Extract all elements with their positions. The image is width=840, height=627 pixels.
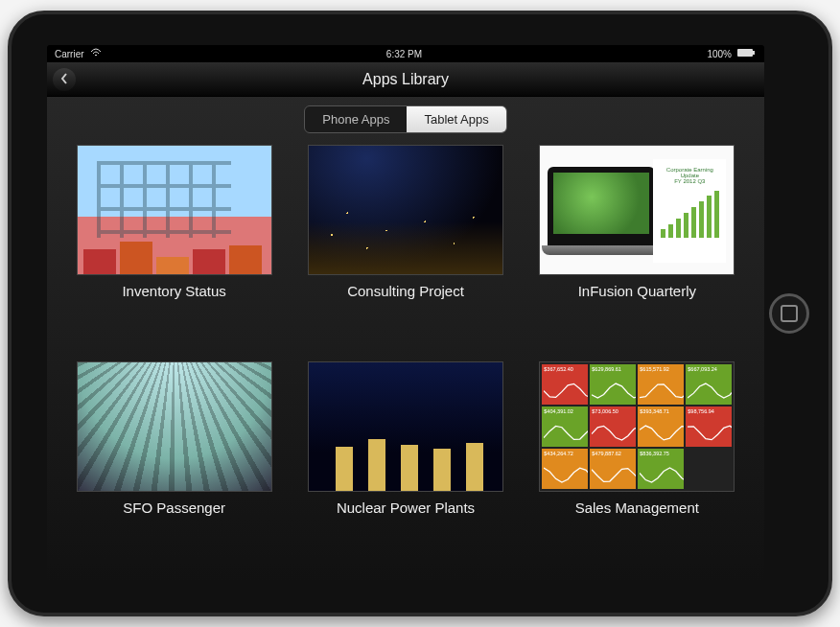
app-label: Inventory Status (122, 283, 225, 299)
dashboard-tile: $615,571.92 (638, 364, 684, 405)
dashboard-empty-tile (686, 449, 732, 489)
apps-type-segment: Phone Apps Tablet Apps (304, 105, 506, 133)
app-thumb (77, 145, 272, 275)
app-card-sfo-passenger[interactable]: SFO Passenger (74, 361, 274, 569)
dashboard-tile: $367,652.40 (542, 364, 588, 405)
chart-title-line3: FY 2012 Q3 (674, 178, 705, 184)
ipad-frame: Carrier 6:32 PM 100% Apps Libra (8, 11, 832, 616)
dashboard-tile: $836,392.75 (638, 449, 684, 489)
sparkline-icon (640, 421, 684, 445)
sparkline-icon (592, 421, 636, 445)
dashboard-tile: $98,756.94 (686, 406, 732, 447)
battery-pct: 100% (707, 49, 732, 59)
dashboard-tile: $667,093.24 (686, 364, 732, 405)
sparkline-icon (544, 421, 588, 445)
app-card-sales-management[interactable]: $367,652.40$629,869.61$615,571.92$667,09… (537, 361, 737, 569)
home-button[interactable] (769, 293, 809, 334)
nav-bar: Apps Library (47, 62, 764, 97)
sparkline-icon (688, 421, 732, 445)
svg-rect-1 (753, 51, 755, 55)
app-thumb (308, 145, 503, 275)
segment-toolbar: Phone Apps Tablet Apps (47, 97, 764, 141)
status-bar: Carrier 6:32 PM 100% (47, 45, 764, 62)
wifi-icon (90, 48, 102, 59)
device-screen: Carrier 6:32 PM 100% Apps Libra (47, 45, 764, 582)
segment-tablet-apps[interactable]: Tablet Apps (407, 106, 505, 132)
dashboard-tile: $479,887.62 (590, 449, 636, 489)
status-carrier: Carrier (55, 49, 84, 59)
page-title: Apps Library (362, 71, 449, 88)
status-time: 6:32 PM (386, 49, 422, 59)
sparkline-icon (592, 379, 636, 403)
sparkline-icon (640, 463, 684, 487)
app-thumb (308, 361, 503, 492)
dashboard-tile: $73,006.50 (590, 406, 636, 447)
sparkline-icon (640, 379, 684, 403)
dashboard-tile: $434,264.72 (542, 449, 588, 489)
app-label: InFusion Quarterly (578, 283, 696, 299)
battery-full-icon (737, 48, 757, 59)
laptop-screen-image (553, 173, 649, 234)
app-card-nuclear-power-plants[interactable]: Nuclear Power Plants (305, 361, 505, 569)
apps-gallery: Inventory Status Consulting Project Corp… (47, 141, 764, 582)
chevron-left-icon (60, 73, 68, 86)
mini-bar-chart-icon (661, 190, 719, 238)
segment-phone-apps[interactable]: Phone Apps (305, 106, 407, 132)
dashboard-tile: $629,869.61 (590, 364, 636, 405)
dashboard-tile: $393,348.71 (638, 406, 684, 447)
app-thumb: $367,652.40$629,869.61$615,571.92$667,09… (539, 361, 735, 492)
app-label: Nuclear Power Plants (337, 499, 475, 516)
app-label: Sales Management (575, 499, 699, 516)
app-label: SFO Passenger (123, 499, 225, 516)
dashboard-tile: $404,391.02 (542, 406, 588, 447)
app-thumb: Corporate Earning Update FY 2012 Q3 (539, 145, 735, 275)
laptop-side-chart: Corporate Earning Update FY 2012 Q3 (653, 159, 726, 263)
app-label: Consulting Project (347, 283, 464, 299)
svg-rect-0 (737, 49, 753, 57)
back-button[interactable] (53, 68, 76, 91)
sparkline-icon (544, 463, 588, 487)
app-card-infusion-quarterly[interactable]: Corporate Earning Update FY 2012 Q3 InFu… (537, 145, 737, 352)
app-card-inventory-status[interactable]: Inventory Status (74, 145, 274, 352)
app-thumb (77, 361, 272, 492)
sparkline-icon (544, 379, 588, 403)
app-card-consulting-project[interactable]: Consulting Project (305, 145, 505, 352)
sparkline-icon (592, 463, 636, 487)
sparkline-icon (688, 379, 732, 403)
